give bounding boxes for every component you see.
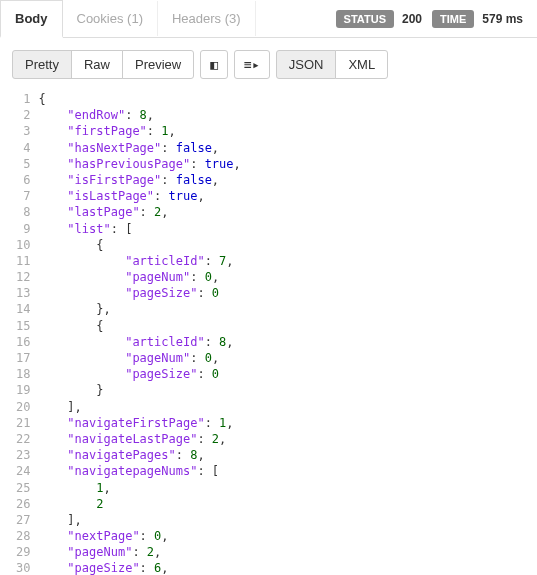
time-value: 579 ms	[480, 12, 527, 26]
view-pretty-button[interactable]: Pretty	[12, 50, 72, 79]
status-value: 200	[400, 12, 426, 26]
body-toolbar: Pretty Raw Preview ◧ ≡▸ JSON XML	[0, 38, 537, 91]
wrap-icon: ≡▸	[244, 57, 260, 72]
response-meta: STATUS 200 TIME 579 ms	[336, 10, 537, 28]
format-json-button[interactable]: JSON	[276, 50, 337, 79]
code-content: { "endRow": 8, "firstPage": 1, "hasNextP…	[38, 91, 240, 575]
view-preview-button[interactable]: Preview	[122, 50, 194, 79]
tab-cookies[interactable]: Cookies (1)	[63, 1, 158, 36]
response-tabs: Body Cookies (1) Headers (3) STATUS 200 …	[0, 0, 537, 38]
copy-icon: ◧	[210, 57, 218, 72]
view-raw-button[interactable]: Raw	[71, 50, 123, 79]
wrap-button[interactable]: ≡▸	[234, 50, 270, 79]
tab-body[interactable]: Body	[0, 0, 63, 38]
tab-headers[interactable]: Headers (3)	[158, 1, 256, 36]
line-gutter: 1234567891011121314151617181920212223242…	[12, 91, 38, 575]
time-label: TIME	[432, 10, 474, 28]
copy-button[interactable]: ◧	[200, 50, 228, 79]
response-body-viewer[interactable]: 1234567891011121314151617181920212223242…	[0, 91, 537, 575]
format-xml-button[interactable]: XML	[335, 50, 388, 79]
status-label: STATUS	[336, 10, 394, 28]
